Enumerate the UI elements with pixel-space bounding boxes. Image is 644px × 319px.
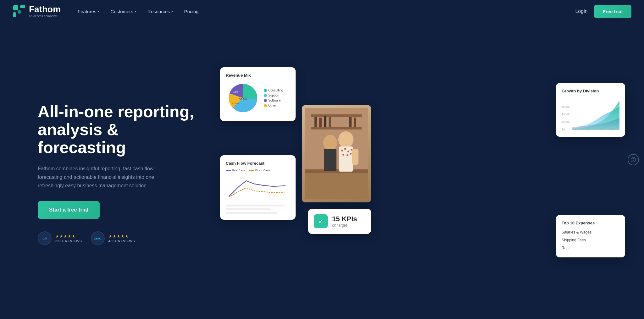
cashflow-card-title: Cash Flow Forecast	[226, 161, 290, 166]
svg-rect-13	[319, 118, 322, 127]
expenses-list: Salaries & Wages Shipping Fees Rent	[562, 228, 619, 252]
growth-card-title: Growth by Division	[562, 89, 619, 93]
brand-subtitle: an access company	[29, 14, 61, 18]
pie-chart-area: 36.8% 47.8% 12% Consulting Support	[226, 81, 290, 115]
chevron-down-icon: ▾	[135, 10, 136, 13]
svg-rect-12	[314, 117, 317, 127]
fathom-logo-icon	[13, 5, 26, 18]
worst-case-legend: Worst Case	[249, 169, 270, 172]
svg-rect-0	[13, 5, 18, 10]
svg-point-27	[351, 149, 353, 151]
xero-logo: xero	[91, 231, 105, 245]
logo-text: Fathom an access company	[29, 5, 61, 18]
nav-features[interactable]: Features ▾	[73, 6, 103, 17]
pie-legend: Consulting Support Software Other	[264, 89, 283, 107]
svg-rect-23	[339, 146, 353, 172]
login-link[interactable]: Login	[575, 8, 587, 14]
svg-point-25	[344, 148, 346, 150]
nav-resources[interactable]: Resources ▾	[143, 6, 177, 17]
y-label-600k: $600K	[562, 105, 570, 108]
growth-y-axis: $600K $400K $200K $0	[562, 105, 570, 131]
xero-review: xero ★★★★★ 400+ REVIEWS	[91, 231, 135, 245]
svg-text:36.8%: 36.8%	[239, 98, 247, 101]
skeleton-line-3	[226, 212, 277, 214]
y-label-200k: $200K	[562, 120, 570, 124]
nav-pricing[interactable]: Pricing	[180, 6, 203, 17]
hero-charts: Revenue Mix 36.8% 47.8%	[220, 64, 631, 284]
svg-text:12%: 12%	[233, 91, 238, 93]
xero-stars: ★★★★★	[108, 234, 135, 239]
svg-point-28	[342, 154, 344, 156]
navbar: Fathom an access company Features ▾ Cust…	[0, 0, 644, 23]
legend-other: Other	[264, 104, 283, 107]
cashflow-skeleton	[226, 205, 290, 214]
nav-links: Features ▾ Customers ▾ Resources ▾ Prici…	[73, 6, 575, 17]
legend-software: Software	[264, 99, 283, 102]
svg-rect-15	[329, 117, 331, 127]
svg-point-30	[350, 153, 352, 155]
hero-left: All-in-one reporting, analysis & forecas…	[38, 103, 208, 245]
svg-rect-17	[354, 118, 356, 127]
svg-point-20	[323, 135, 337, 151]
kpi-number: 15 KPIs	[332, 215, 357, 223]
expense-item-2: Shipping Fees	[562, 236, 619, 244]
logo[interactable]: Fathom an access company	[13, 5, 61, 18]
photo-illustration	[305, 108, 368, 199]
qb-review-count: 320+ REVIEWS	[55, 239, 82, 243]
hero-section: All-in-one reporting, analysis & forecas…	[0, 23, 644, 319]
svg-text:Apr 19: Apr 19	[598, 127, 605, 130]
svg-rect-18	[305, 171, 368, 199]
svg-text:Oct 18: Oct 18	[574, 127, 580, 129]
best-case-legend: Best Case	[226, 169, 245, 172]
svg-rect-11	[311, 127, 362, 129]
brand-name: Fathom	[29, 5, 61, 14]
revenue-pie-chart: 36.8% 47.8% 12%	[226, 81, 260, 115]
hero-title: All-in-one reporting, analysis & forecas…	[38, 103, 208, 157]
best-case-line	[226, 170, 231, 171]
svg-rect-3	[18, 10, 21, 14]
svg-rect-2	[13, 12, 16, 17]
support-color	[264, 94, 267, 97]
business-photo	[302, 105, 371, 202]
accessibility-button[interactable]	[628, 154, 639, 165]
expense-item-3: Rent	[562, 244, 619, 252]
xero-review-count: 400+ REVIEWS	[108, 239, 135, 243]
svg-rect-10	[311, 114, 362, 117]
worst-case-line	[249, 170, 254, 171]
accessibility-icon	[630, 157, 636, 162]
photo-placeholder	[302, 105, 371, 202]
chevron-down-icon: ▾	[97, 10, 99, 13]
quickbooks-logo: qb	[38, 231, 52, 245]
svg-point-24	[341, 150, 343, 151]
svg-rect-19	[305, 169, 368, 173]
growth-chart-svg: Oct 18 Jan 19 Apr 19 Jul 19	[572, 96, 619, 131]
nav-right: Login Free trial	[575, 5, 631, 18]
nav-customers[interactable]: Customers ▾	[106, 6, 141, 17]
svg-point-37	[633, 158, 634, 159]
svg-point-26	[347, 151, 349, 152]
hero-description: Fathom combines insightful reporting, fa…	[38, 164, 170, 190]
svg-text:47.8%: 47.8%	[232, 102, 239, 105]
qb-review-info: ★★★★★ 320+ REVIEWS	[55, 234, 82, 243]
start-free-trial-button[interactable]: Start a free trial	[38, 201, 100, 219]
revenue-card-title: Revenue Mix	[226, 73, 290, 78]
consulting-color	[264, 89, 267, 92]
svg-rect-31	[352, 149, 358, 165]
svg-rect-14	[324, 116, 326, 127]
revenue-mix-card: Revenue Mix 36.8% 47.8%	[220, 67, 296, 121]
svg-rect-16	[349, 117, 352, 127]
kpi-text: 15 KPIs on target	[332, 215, 357, 228]
growth-by-division-card: Growth by Division $600K $400K $200K $0	[556, 83, 625, 137]
cashflow-legend: Best Case Worst Case	[226, 169, 290, 172]
qb-stars: ★★★★★	[55, 234, 82, 239]
svg-point-22	[338, 131, 353, 148]
y-label-0: $0	[562, 128, 570, 131]
reviews-area: qb ★★★★★ 320+ REVIEWS xero ★★★★★ 400+ RE…	[38, 231, 208, 245]
cash-flow-card: Cash Flow Forecast Best Case Worst Case	[220, 155, 296, 220]
xero-review-info: ★★★★★ 400+ REVIEWS	[108, 234, 135, 243]
svg-text:Jan 19: Jan 19	[586, 127, 592, 129]
expense-item-1: Salaries & Wages	[562, 228, 619, 236]
chevron-down-icon: ▾	[171, 10, 173, 13]
svg-rect-1	[20, 5, 25, 8]
nav-free-trial-button[interactable]: Free trial	[594, 5, 631, 18]
